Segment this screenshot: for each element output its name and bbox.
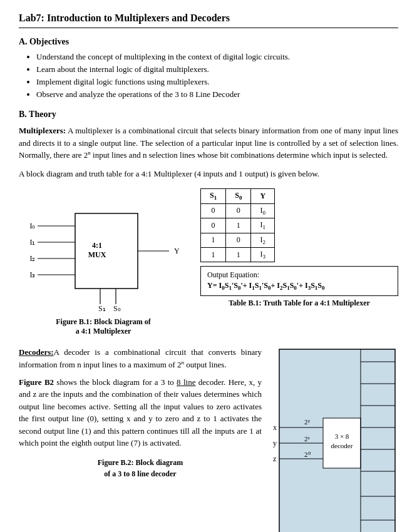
decoder-bold2: Figure B2 (19, 377, 54, 387)
svg-text:S₁: S₁ (98, 304, 106, 313)
truth-table: S1 S0 Y 00I0 01I1 10I2 (200, 188, 275, 262)
decoder-underline: 8 line (177, 377, 195, 387)
decoder-text: Decoders:A decoder is a combinational ci… (19, 346, 262, 479)
table-row: 01I1 (201, 218, 275, 233)
col-y: Y (251, 189, 275, 203)
svg-text:MUX: MUX (88, 250, 106, 259)
col-s0: S0 (226, 189, 251, 203)
fig-b1-caption: Figure B.1: Block Diagram of a 4:1 Multi… (19, 317, 188, 336)
output-eq-label: Output Equation: (207, 270, 391, 280)
table-row: 10I2 (201, 233, 275, 247)
section-a-heading: A. Objectives (19, 37, 398, 47)
decoder-t4: decoder. Here, x, y and z are the inputs… (19, 377, 262, 448)
svg-text:I₂: I₂ (30, 254, 36, 263)
decoder-t2: output lines. (184, 360, 227, 369)
output-equation-box: Output Equation: Y= I0S1'S0'+ I1S1'S0+ I… (200, 266, 398, 295)
decoder-bold1: Decoders: (19, 347, 54, 357)
svg-text:S₀: S₀ (113, 304, 121, 313)
mux-svg: 4:1 MUX I₀ I₁ I₂ I₃ Y (19, 188, 188, 314)
decoder-svg: 0 1 2 3 4 5 6 (273, 346, 398, 532)
table-row: 11I3 (201, 247, 275, 262)
block-diagram-area: 4:1 MUX I₀ I₁ I₂ I₃ Y (19, 188, 398, 336)
decoder-t3: shows the block diagram for a 3 to (54, 377, 177, 387)
table-b1-caption: Table B.1: Truth Table for a 4:1 Multipl… (200, 299, 398, 308)
truth-table-area: S1 S0 Y 00I0 01I1 10I2 (200, 188, 398, 307)
svg-text:2¹: 2¹ (304, 435, 310, 442)
block-diagram-intro: A block diagram and truth table for a 4:… (19, 168, 398, 180)
section-b: B. Theory Multiplexers: A multiplexer is… (19, 110, 398, 532)
svg-text:I₀: I₀ (30, 222, 36, 230)
list-item: Learn about the internal logic of digita… (36, 64, 398, 74)
page-title: Lab7: Introduction to Multiplexers and D… (19, 13, 398, 28)
svg-text:y: y (273, 439, 277, 448)
svg-rect-0 (75, 213, 138, 289)
svg-text:I₃: I₃ (30, 270, 36, 279)
mux-diagram: 4:1 MUX I₀ I₁ I₂ I₃ Y (19, 188, 188, 336)
output-eq-formula: Y= I0S1'S0'+ I1S1'S0+ I2S1S0'+ I3S1S0 (207, 281, 391, 291)
list-item: Understand the concept of multiplexing i… (36, 52, 398, 62)
decoder-para1: Decoders:A decoder is a combinational ci… (19, 346, 262, 371)
svg-text:2²: 2² (304, 418, 311, 426)
decoder-section: Decoders:A decoder is a combinational ci… (19, 346, 398, 532)
table-row: 00I0 (201, 203, 275, 218)
svg-text:decoder: decoder (331, 442, 353, 449)
svg-text:z: z (273, 454, 276, 463)
svg-text:Y: Y (174, 247, 180, 255)
fig-b2-caption: Figure B.2: Block diagram of a 3 to 8 li… (19, 457, 262, 479)
mux-intro-para: Multiplexers: A multiplexer is a combina… (19, 125, 398, 161)
svg-text:I₁: I₁ (30, 238, 36, 247)
svg-text:3 × 8: 3 × 8 (335, 432, 349, 440)
list-item: Implement digital logic functions using … (36, 77, 398, 87)
mux-bold-label: Multiplexers: (19, 126, 66, 135)
decoder-diagram: 0 1 2 3 4 5 6 (273, 346, 398, 532)
col-s1: S1 (201, 189, 226, 203)
objectives-list: Understand the concept of multiplexing i… (36, 52, 398, 100)
svg-text:x: x (273, 423, 277, 432)
list-item: Observe and analyze the operations of th… (36, 90, 398, 100)
section-b-heading: B. Theory (19, 110, 398, 120)
mux-text-2: input lines and n selection lines whose … (91, 150, 388, 160)
svg-text:4:1: 4:1 (92, 241, 102, 250)
decoder-para2: Figure B2 shows the block diagram for a … (19, 376, 262, 449)
section-a: A. Objectives Understand the concept of … (19, 37, 398, 100)
svg-text:2⁰: 2⁰ (304, 451, 311, 458)
